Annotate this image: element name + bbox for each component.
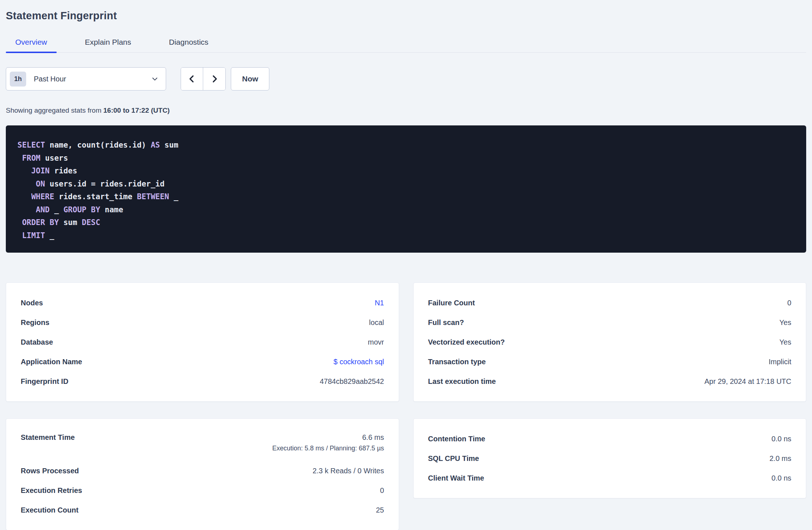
row-label: Nodes [21,299,43,307]
row-value-group: Apr 29, 2024 at 17:18 UTC [704,377,791,386]
row-label: SQL CPU Time [428,454,479,463]
now-button[interactable]: Now [231,67,269,91]
stat-row: Application Name$ cockroach sql [21,352,384,372]
row-value-group: 6.6 msExecution: 5.8 ms / Planning: 687.… [272,433,384,452]
tab-label: Explain Plans [85,38,131,46]
page-title: Statement Fingerprint [6,10,806,21]
status-prefix: Showing aggregated stats from [6,107,103,114]
row-value: movr [368,338,384,346]
statement-fingerprint-page: Statement Fingerprint OverviewExplain Pl… [0,0,812,530]
row-value-group: Yes [779,318,791,327]
row-value: 0.0 ns [772,435,791,443]
active-tab-underline [6,52,57,53]
row-label: Failure Count [428,299,475,307]
stat-row: Failure Count0 [428,293,792,313]
row-value-group: 2.0 ms [769,454,791,463]
stat-row: NodesN1 [21,293,384,313]
row-value: 2.0 ms [769,454,791,462]
tab-overview[interactable]: Overview [6,38,57,52]
row-value-link[interactable]: $ cockroach sql [334,358,384,366]
row-value: Implicit [769,358,791,366]
tab-bar: OverviewExplain PlansDiagnostics [6,38,806,53]
row-value-group: $ cockroach sql [334,358,384,366]
row-value-link[interactable]: N1 [375,299,384,307]
stat-row: Vectorized execution?Yes [428,332,792,352]
chevron-left-icon [188,75,196,83]
row-value-group: 2.3 k Reads / 0 Writes [313,467,384,475]
time-range-dropdown[interactable]: 1h Past Hour [6,67,166,91]
row-label: Vectorized execution? [428,338,505,346]
prev-time-button[interactable] [181,68,203,90]
row-value-group: Implicit [769,358,791,366]
sql-line: ON users.id = rides.rider_id [17,178,795,191]
row-value: 2.3 k Reads / 0 Writes [313,467,384,475]
details-cards-row: NodesN1RegionslocalDatabasemovrApplicati… [6,282,806,402]
stat-row: SQL CPU Time2.0 ms [428,449,792,468]
row-label: Execution Count [21,506,79,514]
stat-row: Regionslocal [21,313,384,332]
stat-row: Client Wait Time0.0 ns [428,468,792,488]
row-label: Rows Processed [21,467,79,475]
row-subvalue: Execution: 5.8 ms / Planning: 687.5 µs [272,445,384,452]
row-value-group: local [369,318,384,327]
row-value: Apr 29, 2024 at 17:18 UTC [704,377,791,385]
sql-line: SELECT name, count(rides.id) AS sum [17,139,795,152]
stat-row: Full scan?Yes [428,313,792,332]
row-label: Last execution time [428,377,496,386]
row-label: Execution Retries [21,486,82,495]
aggregated-stats-status: Showing aggregated stats from 16:00 to 1… [6,107,806,115]
wait-time-stats-card: Contention Time0.0 nsSQL CPU Time2.0 msC… [413,418,807,498]
row-value-group: 0.0 ns [772,435,791,443]
stat-row: Execution Retries0 [21,481,384,500]
stat-row: Execution Count25 [21,500,384,520]
row-value-group: 25 [376,506,384,514]
row-label: Fingerprint ID [21,377,68,386]
chevron-right-icon [210,75,219,83]
row-label: Database [21,338,53,346]
row-value-group: 0.0 ns [772,474,791,482]
row-value: 0.0 ns [772,474,791,482]
row-value: 6.6 ms [362,433,384,441]
chevron-down-icon [151,75,158,83]
stat-row: Rows Processed2.3 k Reads / 0 Writes [21,461,384,481]
statement-details-card: NodesN1RegionslocalDatabasemovrApplicati… [6,282,399,402]
row-label: Statement Time [21,433,75,442]
row-value-group: movr [368,338,384,346]
row-value: Yes [779,338,791,346]
tab-explain-plans[interactable]: Explain Plans [76,38,141,52]
sql-line: WHERE rides.start_time BETWEEN _ [17,190,795,204]
sql-line: FROM users [17,152,795,165]
time-range-badge: 1h [10,72,26,87]
row-value-group: 0 [380,486,384,495]
sql-line: JOIN rides [17,165,795,178]
time-step-button-group [181,67,226,91]
next-time-button[interactable] [203,68,225,90]
stat-row: Transaction typeImplicit [428,352,792,372]
stat-row: Databasemovr [21,332,384,352]
sql-statement-box: SELECT name, count(rides.id) AS sum FROM… [6,125,806,253]
statement-time-stats-card: Statement Time6.6 msExecution: 5.8 ms / … [6,418,399,530]
row-value-group: 0 [787,299,791,307]
tab-diagnostics[interactable]: Diagnostics [160,38,218,52]
row-label: Contention Time [428,435,485,443]
sql-line: ORDER BY sum DESC [17,216,795,229]
execution-attributes-card: Failure Count0Full scan?YesVectorized ex… [413,282,807,402]
status-time-range: 16:00 to 17:22 (UTC) [103,107,170,114]
row-label: Transaction type [428,358,486,366]
row-label: Client Wait Time [428,474,484,482]
stat-row: Contention Time0.0 ns [428,429,792,449]
sql-line: LIMIT _ [17,229,795,242]
row-label: Regions [21,318,49,327]
sql-line: AND _ GROUP BY name [17,204,795,217]
row-value: 4784cb829aab2542 [320,377,384,385]
tab-label: Overview [15,38,47,46]
row-value: 25 [376,506,384,514]
row-value: local [369,318,384,326]
row-value-group: N1 [375,299,384,307]
row-value-group: 4784cb829aab2542 [320,377,384,386]
time-controls: 1h Past Hour Now [6,67,806,91]
row-value: 0 [787,299,791,307]
row-value: 0 [380,486,384,494]
row-label: Application Name [21,358,82,366]
stat-row: Last execution timeApr 29, 2024 at 17:18… [428,372,792,391]
